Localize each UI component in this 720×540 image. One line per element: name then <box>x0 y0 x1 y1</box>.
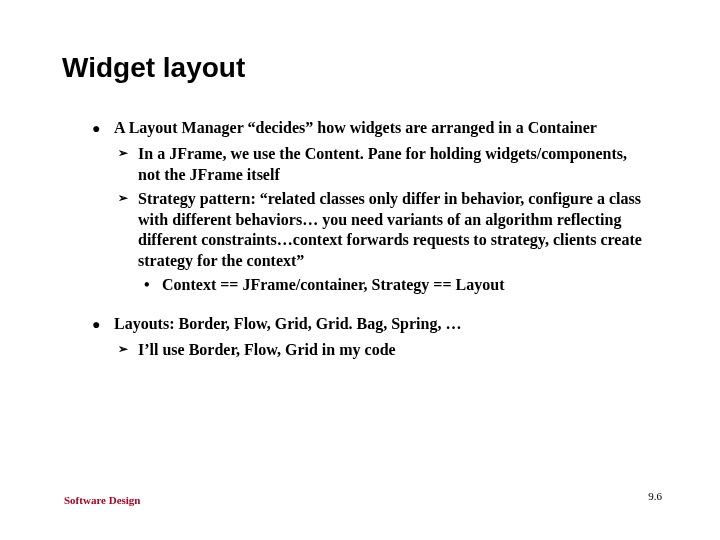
dot-bullet-icon: • <box>144 275 150 295</box>
arrow-bullet-icon: ➢ <box>118 146 128 161</box>
slide-title: Widget layout <box>62 52 245 84</box>
bullet-level1: ● Layouts: Border, Flow, Grid, Grid. Bag… <box>92 314 650 334</box>
bullet-level2: ➢ In a JFrame, we use the Content. Pane … <box>92 144 650 185</box>
slide: Widget layout ● A Layout Manager “decide… <box>0 0 720 540</box>
bullet-level2: ➢ I’ll use Border, Flow, Grid in my code <box>92 340 650 360</box>
bullet-level1: ● A Layout Manager “decides” how widgets… <box>92 118 650 138</box>
bullet-text: A Layout Manager “decides” how widgets a… <box>114 119 597 136</box>
bullet-text: Strategy pattern: “related classes only … <box>138 190 642 268</box>
bullet-level3: • Context == JFrame/container, Strategy … <box>92 275 650 295</box>
bullet-text: Context == JFrame/container, Strategy ==… <box>162 276 505 293</box>
spacer <box>92 300 650 314</box>
footer-left: Software Design <box>64 494 140 506</box>
bullet-text: Layouts: Border, Flow, Grid, Grid. Bag, … <box>114 315 461 332</box>
arrow-bullet-icon: ➢ <box>118 342 128 357</box>
bullet-level2: ➢ Strategy pattern: “related classes onl… <box>92 189 650 271</box>
page-number: 9.6 <box>648 490 662 502</box>
disc-bullet-icon: ● <box>92 120 100 138</box>
slide-body: ● A Layout Manager “decides” how widgets… <box>92 118 650 365</box>
bullet-text: I’ll use Border, Flow, Grid in my code <box>138 341 396 358</box>
arrow-bullet-icon: ➢ <box>118 191 128 206</box>
disc-bullet-icon: ● <box>92 316 100 334</box>
bullet-text: In a JFrame, we use the Content. Pane fo… <box>138 145 627 182</box>
